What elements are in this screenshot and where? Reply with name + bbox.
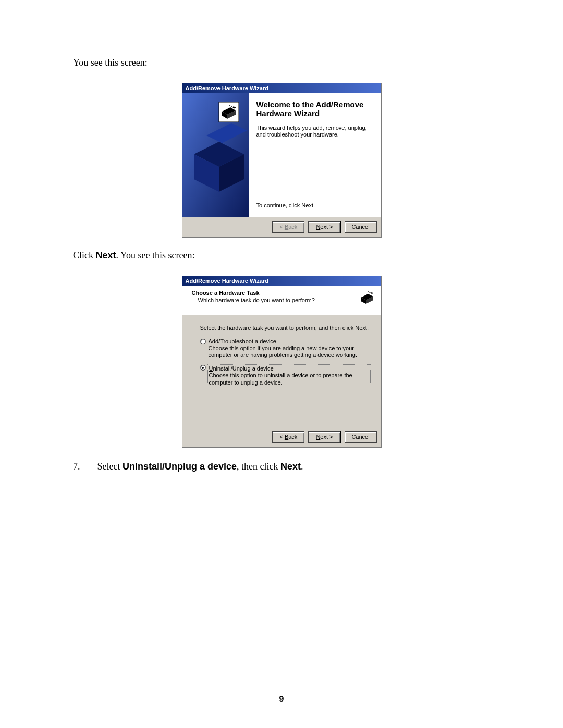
- wizard-continue-hint: To continue, click Next.: [256, 202, 374, 213]
- wizard-heading: Welcome to the Add/Remove Hardware Wizar…: [256, 100, 374, 118]
- option-add-troubleshoot[interactable]: Add/Troubleshoot a device Choose this op…: [200, 338, 370, 359]
- cancel-button[interactable]: Cancel: [345, 431, 377, 443]
- option-description: Choose this option to uninstall a device…: [209, 372, 369, 386]
- wizard-description: This wizard helps you add, remove, unplu…: [256, 125, 374, 139]
- intro2-pre: Click: [73, 250, 96, 261]
- step-number: 7.: [73, 461, 95, 472]
- document-page: You see this screen: Add/Remove Hardware…: [0, 0, 563, 728]
- back-button[interactable]: < Back: [272, 221, 304, 233]
- wizard-content: Welcome to the Add/Remove Hardware Wizar…: [249, 93, 381, 217]
- wizard-header-title: Choose a Hardware Task: [192, 290, 376, 296]
- cancel-button[interactable]: Cancel: [345, 221, 377, 233]
- radio-checked-icon: [200, 365, 206, 371]
- step-bold-2: Next: [280, 461, 301, 472]
- option-label: Uninstall/Unplug a device: [209, 365, 274, 372]
- wizard-instruction: Select the hardware task you want to per…: [200, 325, 370, 331]
- step-7: 7. Select Uninstall/Unplug a device, the…: [73, 461, 490, 472]
- wizard-task-dialog: Add/Remove Hardware Wizard Choose a Hard…: [182, 276, 382, 448]
- intro2-post: . You see this screen:: [116, 250, 195, 261]
- next-button[interactable]: Next >: [308, 431, 340, 443]
- back-button[interactable]: < Back: [272, 431, 304, 443]
- option-uninstall-unplug[interactable]: Uninstall/Unplug a device Choose this op…: [200, 364, 370, 387]
- wizard-header-band: Choose a Hardware Task Which hardware ta…: [182, 286, 381, 315]
- wizard-side-graphic: [182, 93, 249, 217]
- titlebar: Add/Remove Hardware Wizard: [182, 83, 381, 93]
- option-label: Add/Troubleshoot a device: [209, 338, 276, 344]
- intro-text: You see this screen:: [73, 57, 490, 68]
- page-number: 9: [0, 695, 563, 704]
- wizard-body: Welcome to the Add/Remove Hardware Wizar…: [182, 93, 381, 217]
- hardware-graphic-icon: [182, 93, 249, 217]
- radio-unchecked-icon: [200, 339, 206, 344]
- titlebar: Add/Remove Hardware Wizard: [182, 276, 381, 286]
- next-button[interactable]: Next >: [308, 221, 340, 233]
- intro2-bold: Next: [96, 250, 116, 261]
- button-row: < Back Next > Cancel: [182, 217, 381, 237]
- button-row: < Back Next > Cancel: [182, 427, 381, 447]
- step-mid: , then click: [237, 461, 280, 472]
- step-pre: Select: [97, 461, 123, 472]
- wizard-body: Select the hardware task you want to per…: [182, 315, 381, 427]
- intro2-text: Click Next. You see this screen:: [73, 250, 490, 261]
- hardware-icon: [358, 289, 376, 306]
- option-description: Choose this option if you are adding a n…: [209, 345, 370, 359]
- wizard-welcome-dialog: Add/Remove Hardware Wizard: [182, 83, 382, 238]
- step-post: .: [301, 461, 303, 472]
- wizard-header-subtitle: Which hardware task do you want to perfo…: [192, 297, 376, 303]
- step-bold-1: Uninstall/Unplug a device: [123, 461, 237, 472]
